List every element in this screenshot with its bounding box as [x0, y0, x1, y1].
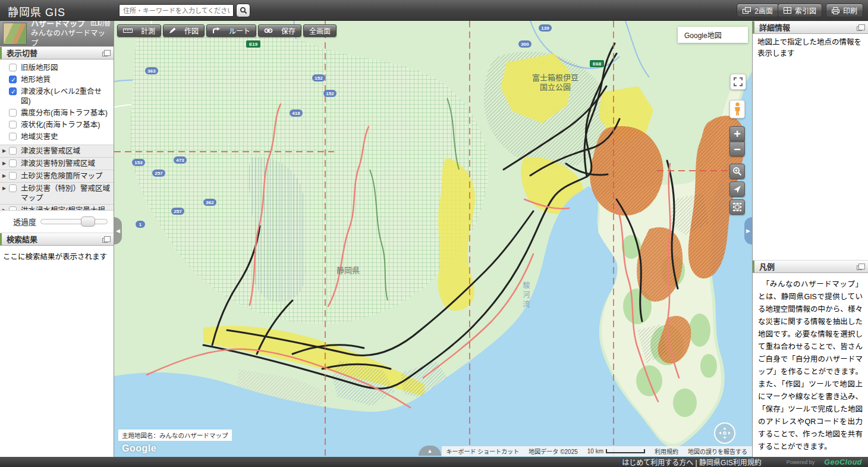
footer-bar: はじめて利用する方へ | 静岡県GIS利用規約 Powered by GeoCl… — [0, 457, 868, 467]
dual-view-button[interactable]: 2画面 — [737, 4, 779, 17]
measure-button[interactable]: 計測 — [117, 24, 161, 37]
footer-links[interactable]: はじめて利用する方へ | 静岡県GIS利用規約 — [622, 457, 761, 467]
geocloud-logo[interactable]: GeoCloud — [824, 458, 862, 466]
print-icon — [832, 7, 839, 14]
index-map-label: 索引図 — [795, 5, 816, 15]
fullscreen-label: 全画面 — [309, 26, 331, 36]
layer-checkbox[interactable] — [9, 121, 17, 128]
svg-text:139: 139 — [541, 26, 549, 31]
layer-checkbox[interactable] — [9, 87, 17, 95]
route-label: ルート — [229, 26, 250, 36]
save-button[interactable]: 保存 — [258, 24, 301, 37]
pan-control[interactable] — [714, 422, 735, 444]
pencil-icon — [169, 27, 176, 34]
map-name-label: みんなのハザードマップ — [31, 29, 111, 49]
index-map-button[interactable]: 索引図 — [778, 4, 822, 17]
collapse-right-handle[interactable]: ▶ — [744, 217, 752, 245]
layer-checkbox[interactable] — [9, 184, 17, 192]
report-map-error-link[interactable]: 地図の誤りを報告する — [688, 447, 747, 456]
fullscreen-button[interactable]: 全画面 — [303, 24, 336, 37]
layer-checkbox[interactable] — [9, 64, 17, 71]
details-title: 詳細情報 — [759, 23, 790, 32]
zoom-in-button[interactable]: + — [729, 126, 745, 141]
map-fullscreen-button[interactable] — [730, 74, 746, 90]
scale-control: 10 km — [587, 448, 645, 455]
layer-row[interactable]: 地域災害史 — [0, 131, 114, 145]
print-button[interactable]: 印刷 — [826, 4, 863, 17]
layer-row-clipped[interactable]: ▶ 洪水浸水想定(想定最大規模)マップ — [0, 204, 114, 210]
prefecture-label: 静岡県 — [336, 266, 360, 275]
layer-label: 地形地質 — [21, 75, 51, 84]
legend-paragraph: 「みんなのハザードマップ」とは、静岡県GISで提供している地理空間情報の中から、… — [758, 278, 863, 453]
layer-row[interactable]: ▶ 土砂災害危険箇所マップ — [0, 170, 114, 182]
layer-checkbox[interactable] — [9, 109, 17, 117]
layer-label: 土砂災害（特別）警戒区域マップ — [21, 184, 111, 203]
details-panel-header: 詳細情報 — [753, 21, 868, 34]
layer-checkbox[interactable] — [9, 76, 17, 83]
layer-checkbox[interactable] — [9, 133, 17, 140]
right-panel: 詳細情報 地図上で指定した地点の情報を表示します 凡例 「みんなのハザードマップ… — [752, 21, 868, 457]
popout-icon[interactable] — [857, 265, 862, 270]
svg-text:1: 1 — [139, 222, 142, 227]
opacity-slider-thumb[interactable] — [81, 217, 95, 227]
layer-label: 津波災害特別警戒区域 — [21, 159, 95, 168]
print-label: 印刷 — [843, 5, 857, 15]
layer-row[interactable]: ▶ 津波災害特別警戒区域 — [0, 157, 114, 170]
fullscreen-corners-icon — [734, 77, 743, 86]
layer-checkbox[interactable] — [9, 147, 17, 155]
area-zoom-button[interactable] — [729, 164, 745, 179]
pegman-button[interactable] — [729, 100, 745, 118]
svg-text:257: 257 — [155, 171, 163, 176]
google-logo: Google — [122, 443, 156, 454]
opacity-slider[interactable] — [40, 219, 108, 224]
draw-button[interactable]: 作図 — [163, 24, 205, 37]
top-bar: 静岡県 GIS 2画面 索引図 印刷 — [0, 0, 868, 21]
layer-row[interactable]: 津波浸水(レベル2重合せ図) — [0, 86, 114, 107]
expand-arrow[interactable]: ▶ — [2, 159, 9, 168]
expand-arrow[interactable]: ▶ — [2, 171, 9, 180]
map-canvas[interactable]: 363 152 152 418 300 139 473 153 257 257 … — [114, 21, 752, 457]
collapse-left-handle[interactable]: ◀ — [114, 217, 122, 245]
layer-checkbox[interactable] — [9, 159, 17, 167]
google-maps-button[interactable]: Google地図 — [678, 27, 748, 43]
expand-arrow[interactable]: ▶ — [2, 184, 9, 193]
popout-icon[interactable] — [857, 26, 862, 31]
expand-arrow[interactable]: ▶ — [2, 206, 9, 210]
layer-row[interactable]: 地形地質 — [0, 74, 114, 86]
search-input[interactable] — [119, 4, 234, 17]
plus-icon: + — [734, 128, 741, 140]
locate-button[interactable] — [729, 181, 745, 197]
popout-icon[interactable] — [102, 52, 108, 57]
layer-row[interactable]: 液状化(南海トラフ基本) — [0, 119, 114, 131]
svg-text:E68: E68 — [593, 61, 602, 67]
svg-text:473: 473 — [176, 158, 184, 163]
layer-row[interactable]: ▶ 津波災害警戒区域 — [0, 145, 114, 157]
terms-link[interactable]: 利用規約 — [655, 447, 678, 456]
layer-checkbox[interactable] — [9, 206, 17, 210]
collapse-left-icon: ◀ — [116, 228, 120, 234]
dual-screen-icon — [743, 7, 751, 14]
legend-panel-header: 凡例 — [753, 260, 868, 273]
route-icon — [212, 27, 221, 34]
svg-text:152: 152 — [315, 76, 323, 81]
keyboard-shortcuts-link[interactable]: キーボード ショートカット — [446, 447, 520, 456]
layer-checkbox[interactable] — [9, 172, 17, 180]
map-toolbar: 計測 作図 ルート 保存 全画面 — [117, 24, 336, 37]
expand-arrow[interactable]: ▶ — [2, 146, 9, 155]
layer-row[interactable]: ▶ 土砂災害（特別）警戒区域マップ — [0, 182, 114, 204]
index-grid-icon — [784, 7, 791, 14]
measure-label: 計測 — [141, 26, 155, 36]
layer-row[interactable]: 旧版地形図 — [0, 59, 114, 74]
google-maps-label: Google地図 — [684, 30, 722, 40]
route-button[interactable]: ルート — [206, 24, 256, 37]
zoom-out-button[interactable]: − — [729, 142, 745, 156]
details-body: 地図上で指定した地点の情報を表示します — [753, 34, 868, 62]
locate-arrow-icon — [733, 185, 741, 193]
pan-arrows-icon — [718, 427, 731, 440]
zoom-area-icon — [732, 167, 742, 176]
search-button[interactable] — [236, 4, 250, 17]
layer-label: 洪水浸水想定(想定最大規模)マップ — [21, 206, 111, 210]
tile-grid-button[interactable] — [729, 199, 745, 215]
popout-icon[interactable] — [102, 238, 108, 243]
layer-row[interactable]: 震度分布(南海トラフ基本) — [0, 107, 114, 119]
